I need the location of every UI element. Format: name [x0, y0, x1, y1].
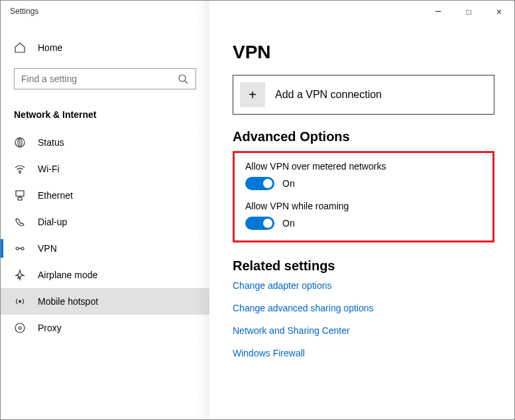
related-settings-title: Related settings [233, 258, 494, 274]
sidebar-item-wifi[interactable]: Wi-Fi [1, 156, 209, 182]
roaming-label: Allow VPN while roaming [245, 201, 482, 211]
sidebar-item-status[interactable]: Status [1, 129, 209, 156]
hotspot-icon [14, 295, 26, 307]
wifi-icon [14, 163, 26, 175]
link-network-center[interactable]: Network and Sharing Center [233, 325, 494, 336]
home-icon [14, 42, 26, 54]
sidebar-item-ethernet[interactable]: Ethernet [1, 182, 209, 209]
metered-state: On [282, 178, 295, 189]
svg-rect-6 [16, 191, 24, 196]
metered-toggle[interactable] [245, 177, 274, 190]
add-vpn-label: Add a VPN connection [275, 89, 382, 101]
svg-point-13 [15, 323, 25, 333]
sidebar-item-airplane[interactable]: Airplane mode [1, 262, 209, 288]
svg-point-14 [19, 327, 21, 329]
link-adapter-options[interactable]: Change adapter options [233, 280, 494, 291]
svg-point-5 [19, 172, 21, 174]
page-title: VPN [233, 42, 494, 63]
svg-point-12 [19, 301, 21, 303]
advanced-options-title: Advanced Options [233, 129, 494, 144]
ethernet-icon [14, 189, 26, 201]
home-label: Home [38, 42, 62, 53]
sidebar-item-label: VPN [38, 243, 57, 254]
sidebar-item-label: Wi-Fi [38, 164, 60, 174]
status-icon [14, 136, 26, 148]
titlebar: Settings ─ ☐ ✕ [1, 1, 514, 22]
link-sharing-options[interactable]: Change advanced sharing options [233, 303, 494, 313]
home-nav[interactable]: Home [1, 35, 209, 60]
sidebar-item-dialup[interactable]: Dial-up [1, 209, 209, 235]
sidebar-item-label: Airplane mode [38, 270, 97, 280]
link-firewall[interactable]: Windows Firewall [233, 348, 494, 358]
search-icon [177, 73, 189, 85]
sidebar-item-label: Mobile hotspot [38, 296, 98, 307]
sidebar-item-label: Proxy [38, 323, 62, 333]
svg-line-1 [185, 81, 188, 83]
main-content: VPN + Add a VPN connection Advanced Opti… [209, 22, 514, 419]
close-button[interactable]: ✕ [484, 1, 514, 22]
sidebar-item-vpn[interactable]: VPN [1, 235, 209, 262]
search-input[interactable] [21, 74, 177, 84]
svg-point-10 [21, 247, 24, 250]
sidebar-item-label: Ethernet [38, 190, 73, 201]
window-title: Settings [10, 7, 38, 16]
vpn-icon [14, 242, 26, 254]
sidebar-item-label: Dial-up [38, 217, 67, 227]
svg-point-9 [16, 247, 19, 250]
dialup-icon [14, 216, 26, 228]
metered-label: Allow VPN over metered networks [245, 161, 482, 172]
proxy-icon [14, 322, 26, 334]
sidebar-item-hotspot[interactable]: Mobile hotspot [1, 288, 209, 315]
sidebar: Home Network & Internet Status Wi-Fi [1, 22, 209, 419]
svg-point-0 [179, 75, 186, 81]
add-vpn-button[interactable]: + Add a VPN connection [233, 75, 494, 115]
svg-rect-7 [18, 197, 22, 200]
minimize-button[interactable]: ─ [423, 1, 453, 22]
roaming-toggle[interactable] [245, 217, 274, 230]
advanced-options-highlight: Allow VPN over metered networks On Allow… [233, 151, 494, 242]
sidebar-item-proxy[interactable]: Proxy [1, 315, 209, 341]
roaming-state: On [282, 218, 295, 229]
search-box[interactable] [14, 68, 196, 89]
sidebar-item-label: Status [38, 137, 64, 148]
plus-icon: + [240, 82, 265, 107]
maximize-button[interactable]: ☐ [453, 1, 484, 22]
category-header: Network & Internet [1, 97, 209, 129]
airplane-icon [14, 269, 26, 281]
